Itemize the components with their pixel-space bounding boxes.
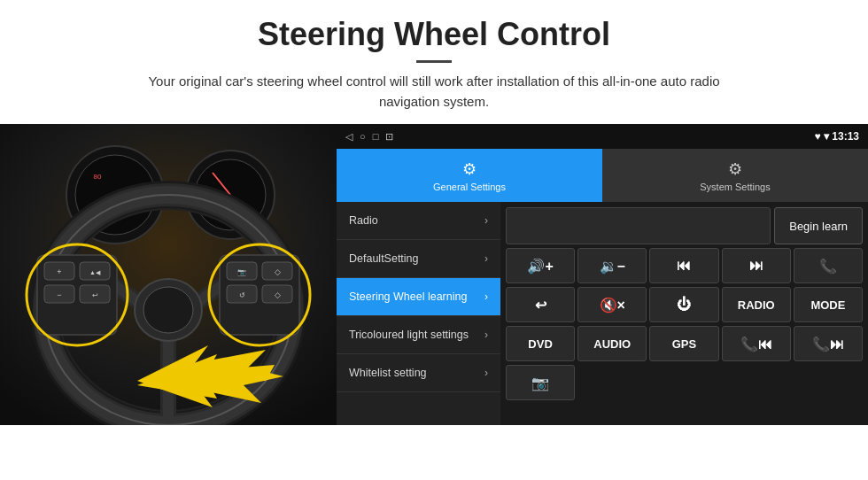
prev-track-button[interactable]: ⏮ xyxy=(649,248,718,283)
svg-text:↺: ↺ xyxy=(239,291,245,299)
svg-text:+: + xyxy=(57,267,61,276)
radio-button[interactable]: RADIO xyxy=(722,287,791,322)
android-ui: ◁ ○ □ ⊡ ♥ ▾ 13:13 ⚙ General Settings ⚙ S… xyxy=(337,124,868,425)
back-icon[interactable]: ◁ xyxy=(345,131,353,143)
mute-button[interactable]: 🔇× xyxy=(577,287,647,322)
begin-learn-button[interactable]: Begin learn xyxy=(774,207,863,244)
recents-icon[interactable]: □ xyxy=(373,131,379,142)
signal-icon: ♥ ▾ xyxy=(815,130,833,143)
mode-button[interactable]: MODE xyxy=(794,287,863,322)
gps-button[interactable]: GPS xyxy=(649,326,718,361)
main-content: 80 120 40 xyxy=(0,124,868,425)
volume-up-icon: 🔊+ xyxy=(527,258,553,275)
menu-item-whitelist[interactable]: Whitelist setting › xyxy=(337,354,500,392)
tab-general[interactable]: ⚙ General Settings xyxy=(337,149,602,202)
tab-system[interactable]: ⚙ System Settings xyxy=(602,149,868,202)
menu-item-steering-wheel[interactable]: Steering Wheel learning › xyxy=(337,278,500,316)
phone-icon: 📞 xyxy=(819,258,837,275)
volume-down-icon: 🔉− xyxy=(600,258,625,275)
volume-up-button[interactable]: 🔊+ xyxy=(506,248,575,283)
dvd-button[interactable]: DVD xyxy=(506,326,575,361)
mute-icon: 🔇× xyxy=(600,297,625,314)
hang-up-icon: ↩ xyxy=(535,297,546,314)
system-settings-icon: ⚙ xyxy=(728,159,742,179)
home-icon[interactable]: ○ xyxy=(360,131,366,142)
hang-up-button[interactable]: ↩ xyxy=(506,287,575,322)
status-bar-nav: ◁ ○ □ ⊡ xyxy=(345,131,393,143)
camera-icon: 📷 xyxy=(531,375,549,391)
learn-row: Begin learn xyxy=(506,207,863,244)
next-track-button[interactable]: ⏭ xyxy=(722,248,791,283)
clock: 13:13 xyxy=(832,130,859,143)
menu-controls: Radio › DefaultSetting › Steering Wheel … xyxy=(337,202,868,425)
tab-system-label: System Settings xyxy=(700,182,770,192)
svg-text:◇: ◇ xyxy=(275,267,281,276)
control-row-1: 🔊+ 🔉− ⏮ ⏭ 📞 xyxy=(506,248,863,283)
svg-text:📷: 📷 xyxy=(237,267,246,276)
control-row-3: DVD AUDIO GPS 📞⏮ 📞⏭ xyxy=(506,326,863,361)
volume-down-button[interactable]: 🔉− xyxy=(577,248,647,283)
svg-text:−: − xyxy=(57,290,61,299)
tab-bar: ⚙ General Settings ⚙ System Settings xyxy=(337,149,868,202)
phone-prev-button[interactable]: 📞⏮ xyxy=(722,326,791,361)
tab-general-label: General Settings xyxy=(433,182,506,192)
learn-input[interactable] xyxy=(506,207,771,244)
menu-icon[interactable]: ⊡ xyxy=(385,131,393,143)
camera-button[interactable]: 📷 xyxy=(506,365,575,400)
menu-item-radio[interactable]: Radio › xyxy=(337,202,500,240)
menu-item-default-setting[interactable]: DefaultSetting › xyxy=(337,240,500,278)
chevron-right-icon: › xyxy=(484,252,488,265)
page-header: Steering Wheel Control Your original car… xyxy=(0,0,868,124)
chevron-right-icon: › xyxy=(484,329,488,341)
audio-button[interactable]: AUDIO xyxy=(577,326,647,361)
svg-text:↩: ↩ xyxy=(92,291,98,299)
prev-track-icon: ⏮ xyxy=(677,258,691,274)
svg-text:◇: ◇ xyxy=(275,290,281,299)
phone-next-icon: 📞⏭ xyxy=(812,336,844,352)
phone-button[interactable]: 📞 xyxy=(794,248,863,283)
next-track-icon: ⏭ xyxy=(749,258,763,274)
phone-next-button[interactable]: 📞⏭ xyxy=(794,326,863,361)
car-image: 80 120 40 xyxy=(0,124,337,425)
power-button[interactable]: ⏻ xyxy=(649,287,718,322)
status-bar: ◁ ○ □ ⊡ ♥ ▾ 13:13 xyxy=(337,124,868,149)
phone-prev-icon: 📞⏮ xyxy=(740,336,772,352)
svg-text:▲◀: ▲◀ xyxy=(89,269,101,275)
menu-item-tricoloured[interactable]: Tricoloured light settings › xyxy=(337,316,500,354)
title-divider xyxy=(416,60,452,63)
power-icon: ⏻ xyxy=(677,297,691,313)
svg-text:80: 80 xyxy=(94,173,102,181)
controls-panel: Begin learn 🔊+ 🔉− ⏮ ⏭ xyxy=(500,202,868,425)
general-settings-icon: ⚙ xyxy=(462,159,477,179)
chevron-right-icon: › xyxy=(484,367,488,379)
control-row-2: ↩ 🔇× ⏻ RADIO MODE xyxy=(506,287,863,322)
chevron-right-icon: › xyxy=(484,214,488,227)
page-subtitle: Your original car's steering wheel contr… xyxy=(133,72,735,112)
control-row-4: 📷 xyxy=(506,365,863,400)
chevron-right-icon: › xyxy=(484,290,488,303)
page-title: Steering Wheel Control xyxy=(18,16,850,53)
status-bar-info: ♥ ▾ 13:13 xyxy=(815,130,860,143)
left-menu: Radio › DefaultSetting › Steering Wheel … xyxy=(337,202,500,425)
svg-point-21 xyxy=(143,287,193,333)
